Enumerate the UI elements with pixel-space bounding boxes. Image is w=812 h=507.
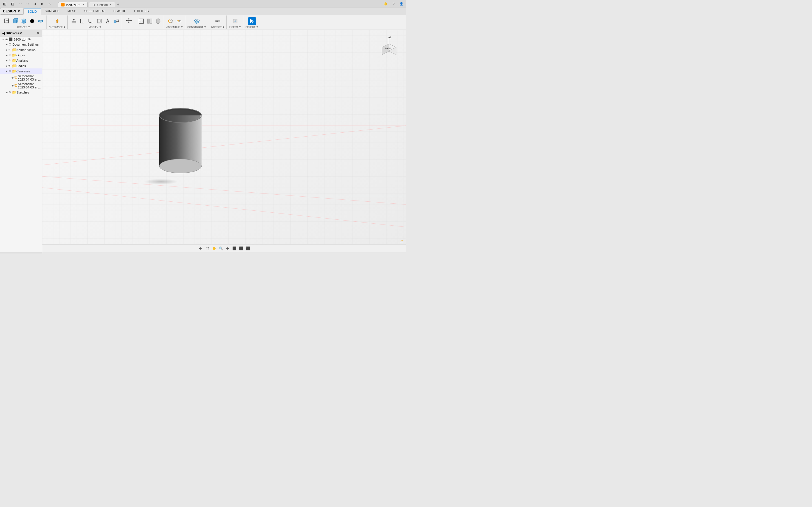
tree-item-screenshot2[interactable]: ▶ 👁 🖼 Screenshot 2023-04-03 at ... — [0, 82, 42, 90]
design-dropdown-button[interactable]: DESIGN ▼ — [0, 8, 24, 15]
nav-cube[interactable]: Z BACK — [378, 36, 400, 58]
tab-mesh[interactable]: MESH — [63, 8, 80, 15]
tree-item-doc-settings[interactable]: ▶ ⚙ Document Settings — [0, 42, 42, 47]
notifications-button[interactable]: 🔔 — [383, 1, 389, 7]
tab-plastic[interactable]: PLASTIC — [109, 8, 130, 15]
tree-item-analysis[interactable]: ▶ 👁 📁 Analysis — [0, 58, 42, 63]
origin-eye-icon[interactable]: 👁 — [8, 54, 11, 57]
svg-point-32 — [170, 20, 173, 22]
as-built-joint-icon[interactable] — [175, 17, 183, 25]
tab-surface[interactable]: SURFACE — [41, 8, 63, 15]
sphere-icon[interactable] — [28, 17, 36, 25]
silhouette-icon[interactable] — [154, 17, 162, 25]
screenshot2-eye-icon[interactable]: 👁 — [11, 84, 14, 87]
display-mode-icon[interactable]: ⬚ — [204, 245, 210, 251]
snap-toggle-icon[interactable]: ⊕ — [198, 245, 203, 251]
inspect-chevron-icon[interactable]: ▼ — [222, 25, 225, 29]
file-tab-close[interactable]: ✕ — [82, 3, 85, 6]
named-views-arrow[interactable]: ▶ — [4, 48, 8, 51]
screenshot1-eye-icon[interactable]: 👁 — [11, 76, 14, 79]
automate-chevron-icon[interactable]: ▼ — [63, 25, 66, 29]
assemble-chevron-icon[interactable]: ▼ — [181, 25, 183, 29]
visual-style-icon[interactable]: ⬛ — [232, 245, 237, 251]
select-chevron-icon[interactable]: ▼ — [256, 25, 259, 29]
zoom-fit-icon[interactable]: ⊕ — [225, 245, 231, 251]
browser-collapse-icon[interactable]: ◀ — [2, 32, 4, 35]
draft-icon[interactable] — [104, 17, 112, 25]
automate-icon[interactable] — [53, 17, 61, 25]
torus-icon[interactable] — [37, 17, 45, 25]
modify-chevron-icon[interactable]: ▼ — [99, 25, 101, 29]
b200-visibility-toggle[interactable]: 👁 — [28, 38, 31, 41]
screenshot2-label: Screenshot 2023-04-03 at ... — [18, 82, 42, 89]
nav-forward-button[interactable]: ▶ — [40, 1, 45, 7]
origin-arrow[interactable]: ▶ — [4, 54, 8, 57]
construct-chevron-icon[interactable]: ▼ — [204, 25, 206, 29]
warning-icon[interactable]: ⚠ — [400, 238, 404, 243]
app-menu-button[interactable]: ⊞ — [2, 1, 8, 7]
split-face-icon[interactable] — [137, 17, 145, 25]
help-button[interactable]: ? — [391, 1, 396, 7]
sketches-eye-icon[interactable]: 👁 — [8, 91, 11, 94]
toolbar: DESIGN ▼ SOLID SURFACE MESH SHEET METAL … — [0, 8, 406, 30]
select-icon[interactable] — [248, 17, 256, 25]
named-views-eye-hidden[interactable]: 👁 — [8, 48, 11, 51]
grid-display-icon[interactable]: ⬛ — [238, 245, 244, 251]
b200-eye-icon[interactable]: 👁 — [5, 38, 8, 41]
home-button[interactable]: ⌂ — [47, 1, 52, 7]
insert-chevron-icon[interactable]: ▼ — [239, 25, 241, 29]
viewport[interactable]: Z BACK ⊕ ⬚ ✋ 🔍 ⊕ ⬛ ⬛ ⬛ ⚠ — [42, 30, 406, 252]
b200-arrow[interactable]: ▼ — [1, 38, 5, 41]
browser-close-icon[interactable]: ✕ — [36, 31, 40, 36]
tab-solid[interactable]: SOLID — [24, 8, 41, 15]
tab-utilities[interactable]: UTILITIES — [130, 8, 153, 15]
insert-mesh-icon[interactable] — [231, 17, 239, 25]
env-icon[interactable]: ⬛ — [245, 245, 251, 251]
file-tab[interactable]: B200 v14* ✕ — [58, 2, 88, 7]
tree-item-screenshot1[interactable]: ▶ 👁 🖼 Screenshot 2023-04-03 at ... — [0, 74, 42, 82]
new-tab-button[interactable]: ＋ — [115, 2, 121, 7]
chamfer-icon[interactable] — [87, 17, 95, 25]
analysis-eye-icon[interactable]: 👁 — [8, 59, 11, 62]
fillet-icon[interactable] — [79, 17, 86, 25]
create-chevron-icon[interactable]: ▼ — [28, 25, 30, 29]
doc-settings-arrow[interactable]: ▶ — [4, 43, 8, 46]
tree-item-named-views[interactable]: ▶ 👁 📁 Named Views — [0, 47, 42, 52]
app-grid-button[interactable]: ⊟ — [10, 1, 16, 7]
3d-cylinder[interactable] — [155, 104, 206, 178]
bodies-arrow[interactable]: ▶ — [4, 64, 8, 67]
bodies-eye-icon[interactable]: 👁 — [8, 64, 11, 67]
sketches-label: Sketches — [16, 91, 29, 94]
split-body-icon[interactable] — [146, 17, 154, 25]
zoom-icon[interactable]: 🔍 — [218, 245, 223, 251]
canvases-eye-icon[interactable]: 👁 — [8, 69, 11, 73]
sketches-arrow[interactable]: ▶ — [4, 91, 8, 94]
tab-sheet-metal[interactable]: SHEET METAL — [80, 8, 109, 15]
scale-icon[interactable] — [112, 17, 120, 25]
tree-item-canvases[interactable]: ▼ 👁 📁 Canvases — [0, 68, 42, 74]
shell-icon[interactable] — [95, 17, 103, 25]
tree-item-bodies[interactable]: ▶ 👁 📁 Bodies — [0, 63, 42, 68]
offset-plane-icon[interactable] — [193, 17, 201, 25]
canvases-arrow[interactable]: ▼ — [4, 70, 8, 73]
press-pull-icon[interactable] — [70, 17, 78, 25]
tree-item-b200[interactable]: ▼ 👁 ⬛ B200 v14 👁 — [0, 37, 42, 42]
new-component-icon[interactable] — [3, 17, 11, 25]
analysis-arrow[interactable]: ▶ — [4, 59, 8, 62]
nav-redo-button[interactable]: ↪ — [25, 1, 31, 7]
tree-item-sketches[interactable]: ▶ 👁 📁 Sketches — [0, 90, 42, 95]
pan-icon[interactable]: ✋ — [211, 245, 217, 251]
box-icon[interactable] — [11, 17, 19, 25]
canvases-label: Canvases — [16, 69, 30, 73]
joint-icon[interactable] — [167, 17, 174, 25]
nav-back-button[interactable]: ◀ — [32, 1, 38, 7]
move-icon[interactable] — [124, 16, 133, 25]
untitled-tab[interactable]: 🗒 Untitled ✕ — [89, 2, 115, 7]
user-account-button[interactable]: 👤 — [399, 1, 404, 7]
cylinder-create-icon[interactable] — [20, 17, 28, 25]
viewport-grid — [42, 30, 406, 252]
nav-undo-button[interactable]: ↩ — [17, 1, 23, 7]
tree-item-origin[interactable]: ▶ 👁 📁 Origin — [0, 52, 42, 58]
window-tab-close[interactable]: ✕ — [109, 3, 112, 6]
measure-icon[interactable] — [214, 17, 221, 25]
